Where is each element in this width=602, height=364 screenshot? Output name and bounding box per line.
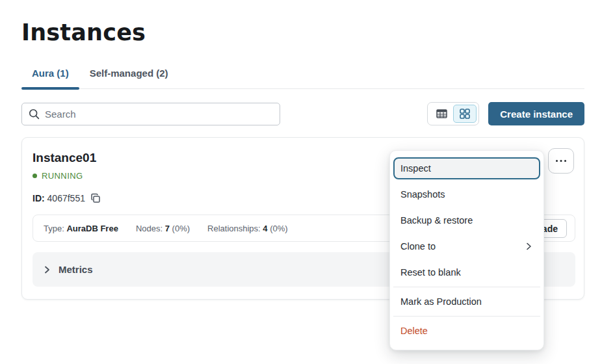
copy-id-button[interactable] xyxy=(90,193,101,203)
ellipsis-icon xyxy=(555,159,567,162)
menu-item-delete[interactable]: Delete xyxy=(390,318,543,344)
menu-divider xyxy=(393,316,540,317)
chevron-right-icon xyxy=(42,265,51,274)
copy-icon xyxy=(90,193,101,203)
search-icon xyxy=(29,109,40,120)
status-badge: RUNNING xyxy=(42,171,83,181)
id-value: 4067f551 xyxy=(47,193,85,203)
table-view-icon xyxy=(436,109,447,118)
menu-item-clone-to[interactable]: Clone to xyxy=(390,233,543,259)
page-title: Instances xyxy=(21,20,584,46)
menu-item-inspect[interactable]: Inspect xyxy=(393,157,540,179)
more-actions-button[interactable] xyxy=(548,148,574,174)
menu-item-reset-to-blank[interactable]: Reset to blank xyxy=(390,259,543,285)
toolbar-right: Create instance xyxy=(427,102,584,125)
detail-relationships: Relationships: 4 (0%) xyxy=(207,224,288,233)
menu-item-mark-as-production[interactable]: Mark as Production xyxy=(390,289,543,315)
create-instance-button[interactable]: Create instance xyxy=(488,102,584,125)
grid-view-button[interactable] xyxy=(453,105,477,123)
tab-bar: Aura (1) Self-managed (2) xyxy=(21,61,584,89)
chevron-right-icon xyxy=(524,242,533,251)
menu-item-snapshots[interactable]: Snapshots xyxy=(390,181,543,207)
table-view-button[interactable] xyxy=(430,105,453,123)
menu-divider xyxy=(393,287,540,287)
instance-actions-menu: Inspect Snapshots Backup & restore Clone… xyxy=(389,150,544,350)
detail-type: Type: AuraDB Free xyxy=(44,224,118,233)
view-toggle xyxy=(427,102,479,125)
tab-aura[interactable]: Aura (1) xyxy=(21,61,79,88)
tab-self-managed[interactable]: Self-managed (2) xyxy=(79,61,179,88)
toolbar: Create instance xyxy=(21,102,584,125)
search-input[interactable] xyxy=(45,109,273,120)
search-box[interactable] xyxy=(21,103,280,125)
detail-nodes: Nodes: 7 (0%) xyxy=(136,224,190,233)
id-label: ID: xyxy=(33,193,45,203)
grid-view-icon xyxy=(460,109,470,119)
status-dot-icon xyxy=(33,174,37,178)
menu-item-backup-restore[interactable]: Backup & restore xyxy=(390,207,543,233)
metrics-label: Metrics xyxy=(59,264,93,275)
